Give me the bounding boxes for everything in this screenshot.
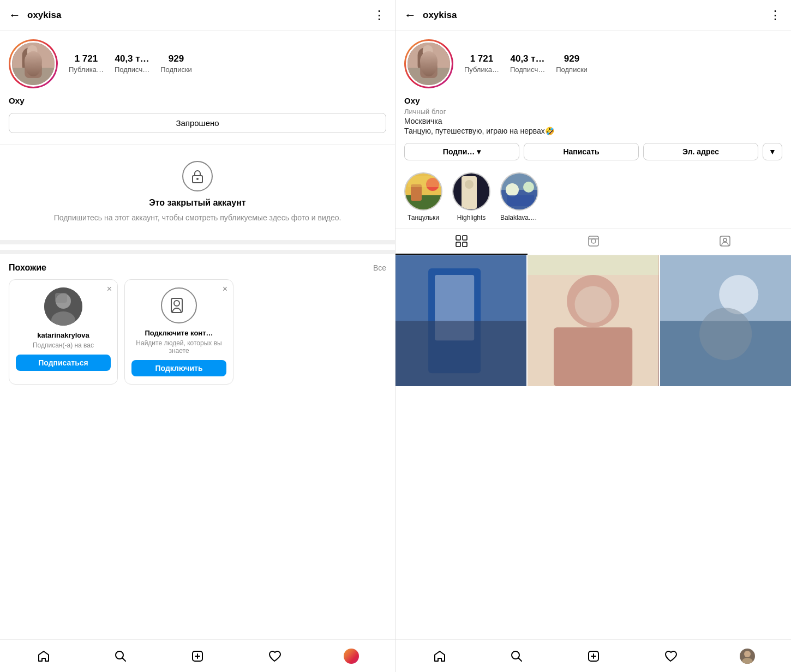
grid-item-1[interactable] xyxy=(528,255,658,386)
stories-section: Танцульки Highlights xyxy=(396,166,791,228)
svg-rect-48 xyxy=(396,321,526,386)
svg-rect-4 xyxy=(25,63,42,78)
divider-left xyxy=(0,240,395,244)
avatar-image-left xyxy=(10,41,56,87)
card-connect-icon-wrapper xyxy=(131,287,226,323)
stat-following-right[interactable]: 929 Подписки xyxy=(556,53,588,74)
svg-point-34 xyxy=(523,182,534,193)
nav-add-left[interactable] xyxy=(185,644,209,668)
nav-add-right[interactable] xyxy=(582,644,606,668)
svg-point-41 xyxy=(591,239,596,243)
similar-all-button[interactable]: Все xyxy=(373,263,386,272)
email-button[interactable]: Эл. адрес xyxy=(643,143,758,160)
nav-profile-right[interactable] xyxy=(735,644,759,668)
more-button-left[interactable]: ⋮ xyxy=(373,8,386,22)
svg-point-30 xyxy=(465,180,474,189)
svg-rect-10 xyxy=(55,293,67,303)
stat-posts-right[interactable]: 1 721 Публика… xyxy=(464,53,499,74)
stats-row-right: 1 721 Публика… 40,3 т… Подписч… 929 Подп… xyxy=(464,53,588,74)
back-button-right[interactable]: ← xyxy=(404,8,416,22)
card-close-0[interactable]: × xyxy=(107,284,112,294)
story-item-0[interactable]: Танцульки xyxy=(404,172,442,221)
avatar-left[interactable] xyxy=(9,39,58,88)
similar-card-0: × katarinakrylova Подписан(-а) на вас По xyxy=(9,279,118,385)
svg-line-60 xyxy=(518,658,522,661)
card-sub-1: Найдите людей, которых вы знаете xyxy=(131,339,226,355)
action-buttons-right: Подпи… ▾ Написать Эл. адрес ▼ xyxy=(404,143,782,160)
card-close-1[interactable]: × xyxy=(223,284,227,294)
stat-label-following-left: Подписки xyxy=(160,65,192,74)
svg-point-33 xyxy=(506,183,519,196)
stat-label-followers-right: Подписч… xyxy=(510,65,545,74)
svg-rect-37 xyxy=(463,236,467,240)
tab-reels[interactable] xyxy=(528,229,660,255)
profile-top-right: 1 721 Публика… 40,3 т… Подписч… 929 Подп… xyxy=(404,39,782,88)
header-left: ← oxykisa ⋮ xyxy=(0,0,395,31)
card-username-1: Подключите конт… xyxy=(131,329,226,337)
svg-point-12 xyxy=(174,301,179,306)
stat-number-following-right: 929 xyxy=(556,53,588,64)
svg-rect-40 xyxy=(589,236,598,246)
more-options-button[interactable]: ▼ xyxy=(763,143,782,160)
profile-name-left: Оху xyxy=(9,96,386,105)
similar-header: Похожие Все xyxy=(9,263,386,273)
back-button-left[interactable]: ← xyxy=(9,8,21,22)
screen-left: ← oxykisa ⋮ xyxy=(0,0,396,672)
story-item-2[interactable]: Balaklava. Cr… xyxy=(500,172,538,221)
stats-row-left: 1 721 Публика… 40,3 т… Подписч… 929 Подп… xyxy=(69,53,192,74)
screen-right: ← oxykisa ⋮ xyxy=(396,0,791,672)
avatar-right[interactable] xyxy=(404,39,453,88)
nav-home-left[interactable] xyxy=(32,644,56,668)
stat-followers-left[interactable]: 40,3 т… Подписч… xyxy=(115,53,149,74)
stat-label-followers-left: Подписч… xyxy=(115,65,149,74)
nav-heart-right[interactable] xyxy=(658,644,682,668)
svg-rect-36 xyxy=(456,236,460,240)
card-connect-button-1[interactable]: Подключить xyxy=(131,360,226,376)
nav-home-right[interactable] xyxy=(428,644,452,668)
more-button-right[interactable]: ⋮ xyxy=(769,8,782,22)
card-follow-button-0[interactable]: Подписаться xyxy=(16,355,111,371)
header-right: ← oxykisa ⋮ xyxy=(396,0,791,31)
svg-rect-53 xyxy=(528,255,658,275)
similar-title: Похожие xyxy=(9,263,46,273)
story-item-1[interactable]: Highlights xyxy=(452,172,490,221)
story-avatar-1 xyxy=(452,172,490,211)
message-button[interactable]: Написать xyxy=(524,143,639,160)
stat-number-followers-right: 40,3 т… xyxy=(510,53,545,64)
svg-point-6 xyxy=(196,178,199,180)
stat-followers-right[interactable]: 40,3 т… Подписч… xyxy=(510,53,545,74)
follow-button[interactable]: Подпи… ▾ xyxy=(404,143,519,160)
profile-bio-line1: Москвичка xyxy=(404,117,782,125)
svg-rect-27 xyxy=(408,176,441,187)
stat-number-followers-left: 40,3 т… xyxy=(115,53,149,64)
private-section: Это закрытый аккаунт Подпишитесь на этот… xyxy=(0,144,395,240)
stat-number-posts-left: 1 721 xyxy=(69,53,104,64)
similar-card-1: × Подключите конт… Найдите лю xyxy=(124,279,233,385)
nav-search-left[interactable] xyxy=(109,644,133,668)
card-username-0: katarinakrylova xyxy=(16,331,111,339)
requested-button[interactable]: Запрошено xyxy=(9,113,386,133)
stat-label-posts-right: Публика… xyxy=(464,65,499,74)
tabs-row xyxy=(396,228,791,255)
stat-label-following-right: Подписки xyxy=(556,65,588,74)
svg-rect-38 xyxy=(456,242,460,247)
card-avatar-0 xyxy=(44,287,82,326)
profile-bio-category: Личный блог xyxy=(404,107,782,116)
profile-section-right: 1 721 Публика… 40,3 т… Подписч… 929 Подп… xyxy=(396,31,791,160)
nav-heart-left[interactable] xyxy=(262,644,286,668)
grid-item-0[interactable] xyxy=(396,255,526,386)
svg-rect-58 xyxy=(699,308,752,360)
story-avatar-2 xyxy=(500,172,538,211)
svg-rect-20 xyxy=(423,45,433,58)
tab-grid[interactable] xyxy=(396,229,528,255)
svg-rect-51 xyxy=(554,327,632,386)
nav-profile-left[interactable] xyxy=(339,644,363,668)
nav-search-right[interactable] xyxy=(505,644,529,668)
tab-tagged[interactable] xyxy=(659,229,791,255)
lock-icon xyxy=(182,161,213,191)
photo-grid xyxy=(396,255,791,386)
stat-following-left[interactable]: 929 Подписки xyxy=(160,53,192,74)
stat-posts-left[interactable]: 1 721 Публика… xyxy=(69,53,104,74)
svg-rect-2 xyxy=(27,45,38,58)
grid-item-2[interactable] xyxy=(660,255,791,386)
